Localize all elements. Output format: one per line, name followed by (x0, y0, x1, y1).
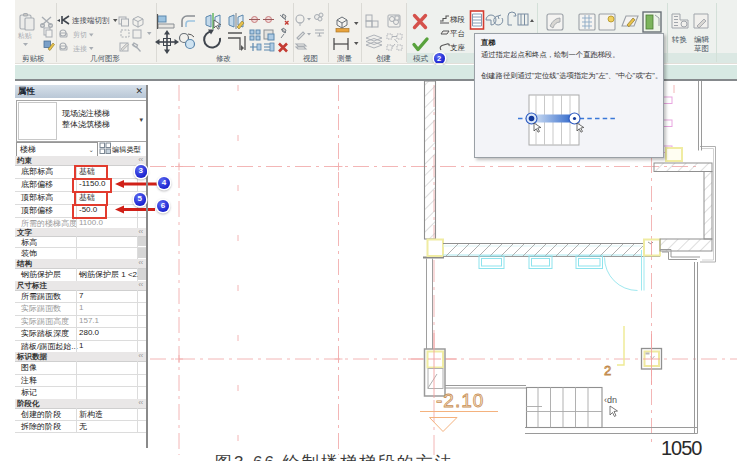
svg-text:-2.10: -2.10 (436, 390, 484, 411)
svg-text:图3-66 绘制楼梯梯段的方法: 图3-66 绘制楼梯梯段的方法 (215, 453, 454, 461)
svg-text:连接端切割: 连接端切割 (72, 16, 110, 25)
svg-text:粘贴: 粘贴 (17, 32, 32, 40)
svg-text:‹dn: ‹dn (604, 395, 617, 405)
svg-text:2: 2 (604, 363, 611, 378)
svg-text:连接: 连接 (73, 45, 87, 53)
svg-text:剪切: 剪切 (73, 31, 87, 39)
svg-text:1050: 1050 (661, 437, 702, 459)
